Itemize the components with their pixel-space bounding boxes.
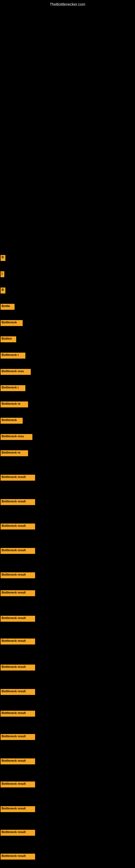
bottleneck-item-14: Bottleneck result bbox=[1, 475, 35, 480]
bottleneck-item-7: Bottleneck r bbox=[1, 352, 26, 359]
bottleneck-item-11: Bottleneck bbox=[1, 418, 23, 424]
bottleneck-item-25: Bottleneck result bbox=[1, 734, 35, 740]
bottleneck-item-30: Bottleneck result bbox=[1, 854, 35, 860]
bottleneck-item-4: Bottle bbox=[1, 304, 14, 310]
bottleneck-item-16: Bottleneck result bbox=[1, 524, 35, 529]
bottleneck-item-8: Bottleneck resu bbox=[1, 369, 31, 375]
bottleneck-item-29: Bottleneck result bbox=[1, 830, 35, 836]
bottleneck-item-18: Bottleneck result bbox=[1, 572, 35, 578]
site-title: TheBottlenecker.com bbox=[50, 2, 85, 6]
bottleneck-item-19: Bottleneck result bbox=[1, 590, 35, 596]
bottleneck-item-21: Bottleneck result bbox=[1, 639, 35, 645]
bottleneck-item-6: Bottlen bbox=[1, 336, 16, 342]
bottleneck-item-9: Bottleneck r bbox=[1, 385, 26, 391]
bottleneck-item-24: Bottleneck result bbox=[1, 711, 35, 717]
bottleneck-item-17: Bottleneck result bbox=[1, 548, 35, 554]
bottleneck-item-28: Bottleneck result bbox=[1, 806, 35, 812]
bottleneck-item-5: Bottleneck bbox=[1, 320, 23, 326]
bottleneck-item-13: Bottleneck re bbox=[1, 450, 28, 456]
bottleneck-item-1: B bbox=[1, 255, 5, 261]
bottleneck-item-22: Bottleneck result bbox=[1, 664, 35, 671]
bottleneck-item-23: Bottleneck result bbox=[1, 689, 35, 695]
bottleneck-item-26: Bottleneck result bbox=[1, 758, 35, 764]
bottleneck-item-27: Bottleneck result bbox=[1, 781, 35, 787]
bottleneck-item-2: | bbox=[1, 271, 4, 277]
bottleneck-item-12: Bottleneck resu bbox=[1, 434, 32, 440]
bottleneck-item-10: Bottleneck re bbox=[1, 401, 28, 407]
bottleneck-item-20: Bottleneck result bbox=[1, 616, 35, 622]
bottleneck-item-3: B bbox=[1, 287, 5, 293]
bottleneck-item-15: Bottleneck result bbox=[1, 499, 35, 505]
